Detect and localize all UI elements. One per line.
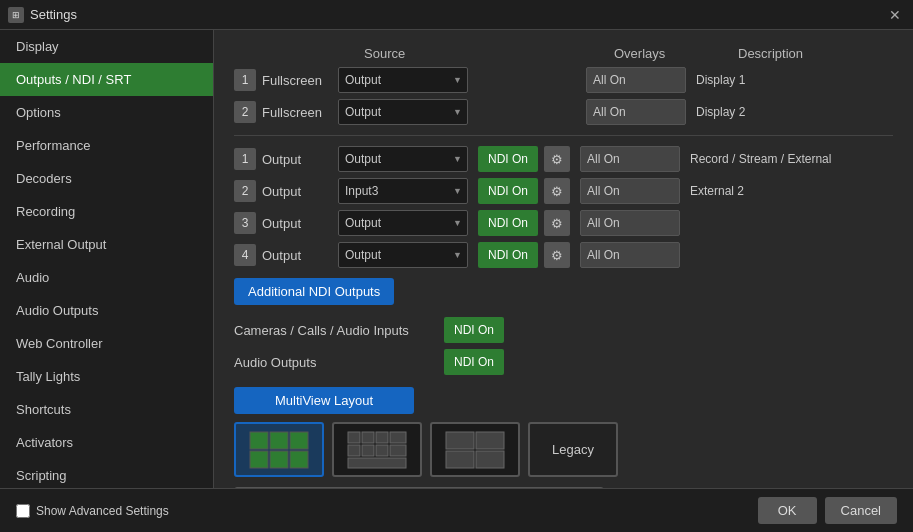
output-label-1: Output — [262, 152, 332, 167]
additional-ndi-button[interactable]: Additional NDI Outputs — [234, 278, 394, 305]
fullscreen-source-select-2[interactable]: Output Input1 — [338, 99, 468, 125]
fullscreen-label-2: Fullscreen — [262, 105, 332, 120]
ndi-button-4[interactable]: NDI On — [478, 242, 538, 268]
output-row-2: 2 Output Input3 Output NDI On ⚙ All On A… — [234, 178, 893, 204]
audio-outputs-ndi-button[interactable]: NDI On — [444, 349, 504, 375]
multiview-options: Legacy — [234, 422, 893, 477]
sidebar-item-options[interactable]: Options — [0, 96, 213, 129]
svg-rect-0 — [250, 432, 268, 449]
svg-rect-15 — [446, 432, 474, 449]
svg-rect-9 — [390, 432, 406, 443]
sidebar-item-external-output[interactable]: External Output — [0, 228, 213, 261]
sidebar-item-web-controller[interactable]: Web Controller — [0, 327, 213, 360]
multiview-title: MultiView Layout — [234, 387, 414, 414]
svg-rect-12 — [376, 445, 388, 456]
output-overlay-select-3[interactable]: All On All Off — [580, 210, 680, 236]
output-num-1: 1 — [234, 148, 256, 170]
ndi-button-2[interactable]: NDI On — [478, 178, 538, 204]
ndi-button-3[interactable]: NDI On — [478, 210, 538, 236]
header-source: Source — [364, 46, 514, 61]
ok-button[interactable]: OK — [758, 497, 817, 524]
gear-button-4[interactable]: ⚙ — [544, 242, 570, 268]
fullscreen-overlay-select-1[interactable]: All On All Off — [586, 67, 686, 93]
svg-rect-14 — [348, 458, 406, 468]
header-overlays: Overlays — [614, 46, 734, 61]
audio-outputs-row: Audio Outputs NDI On — [234, 349, 893, 375]
app-icon: ⊞ — [8, 7, 24, 23]
gear-button-3[interactable]: ⚙ — [544, 210, 570, 236]
fullscreen-source-select-1[interactable]: Output Input1 Input2 — [338, 67, 468, 93]
cameras-row: Cameras / Calls / Audio Inputs NDI On — [234, 317, 893, 343]
sidebar-item-audio-outputs[interactable]: Audio Outputs — [0, 294, 213, 327]
svg-rect-18 — [476, 451, 504, 468]
output-overlay-select-1[interactable]: All On All Off — [580, 146, 680, 172]
audio-outputs-label: Audio Outputs — [234, 355, 434, 370]
sidebar-item-performance[interactable]: Performance — [0, 129, 213, 162]
sidebar-item-scripting[interactable]: Scripting — [0, 459, 213, 488]
svg-rect-11 — [362, 445, 374, 456]
sidebar-item-decoders[interactable]: Decoders — [0, 162, 213, 195]
sidebar-item-audio[interactable]: Audio — [0, 261, 213, 294]
svg-rect-17 — [446, 451, 474, 468]
output-overlay-select-4[interactable]: All On All Off — [580, 242, 680, 268]
sidebar: Display Outputs / NDI / SRT Options Perf… — [0, 30, 214, 488]
svg-rect-5 — [290, 451, 308, 468]
svg-rect-1 — [270, 432, 288, 449]
sidebar-item-shortcuts[interactable]: Shortcuts — [0, 393, 213, 426]
output-num-2: 2 — [234, 180, 256, 202]
svg-rect-7 — [362, 432, 374, 443]
sidebar-item-tally-lights[interactable]: Tally Lights — [0, 360, 213, 393]
output-row-3: 3 Output Output Input1 NDI On ⚙ All On A… — [234, 210, 893, 236]
cancel-button[interactable]: Cancel — [825, 497, 897, 524]
multiview-option-2[interactable] — [332, 422, 422, 477]
divider-1 — [234, 135, 893, 136]
output-label-2: Output — [262, 184, 332, 199]
output-num-4: 4 — [234, 244, 256, 266]
output-rows: 1 Output Output Input1 NDI On ⚙ All On A… — [234, 146, 893, 268]
sidebar-item-recording[interactable]: Recording — [0, 195, 213, 228]
output-source-select-1[interactable]: Output Input1 — [338, 146, 468, 172]
output-source-select-3[interactable]: Output Input1 — [338, 210, 468, 236]
fullscreen-rows: 1 Fullscreen Output Input1 Input2 All On — [234, 67, 893, 125]
gear-button-1[interactable]: ⚙ — [544, 146, 570, 172]
ndi-button-1[interactable]: NDI On — [478, 146, 538, 172]
header-description: Description — [738, 46, 878, 61]
footer: Show Advanced Settings OK Cancel — [0, 488, 913, 532]
fullscreen-label-1: Fullscreen — [262, 73, 332, 88]
output-row-1: 1 Output Output Input1 NDI On ⚙ All On A… — [234, 146, 893, 172]
cameras-ndi-button[interactable]: NDI On — [444, 317, 504, 343]
output-num-3: 3 — [234, 212, 256, 234]
multiview-section: MultiView Layout — [234, 387, 893, 488]
close-button[interactable]: ✕ — [885, 5, 905, 25]
svg-rect-6 — [348, 432, 360, 443]
output-desc-1: Record / Stream / External — [690, 152, 831, 166]
svg-rect-4 — [270, 451, 288, 468]
show-advanced-checkbox[interactable] — [16, 504, 30, 518]
show-advanced-label: Show Advanced Settings — [36, 504, 169, 518]
svg-rect-13 — [390, 445, 406, 456]
output-source-select-2[interactable]: Input3 Output — [338, 178, 468, 204]
svg-rect-10 — [348, 445, 360, 456]
fullscreen-overlay-select-2[interactable]: All On All Off — [586, 99, 686, 125]
output-label-3: Output — [262, 216, 332, 231]
multiview-legacy-button[interactable]: Legacy — [528, 422, 618, 477]
cameras-label: Cameras / Calls / Audio Inputs — [234, 323, 434, 338]
output-row-4: 4 Output Output Input1 NDI On ⚙ All On A… — [234, 242, 893, 268]
row-num-2: 2 — [234, 101, 256, 123]
footer-right: OK Cancel — [758, 497, 897, 524]
multiview-option-1[interactable] — [234, 422, 324, 477]
sidebar-item-outputs-ndi-srt[interactable]: Outputs / NDI / SRT — [0, 63, 213, 96]
output-label-4: Output — [262, 248, 332, 263]
gear-button-2[interactable]: ⚙ — [544, 178, 570, 204]
fullscreen-desc-2: Display 2 — [696, 105, 745, 119]
row-num-1: 1 — [234, 69, 256, 91]
output-source-select-4[interactable]: Output Input1 — [338, 242, 468, 268]
sidebar-item-display[interactable]: Display — [0, 30, 213, 63]
footer-left: Show Advanced Settings — [16, 504, 169, 518]
output-desc-2: External 2 — [690, 184, 744, 198]
advanced-settings-checkbox-wrapper: Show Advanced Settings — [16, 504, 169, 518]
multiview-option-3[interactable] — [430, 422, 520, 477]
fullscreen-row-1: 1 Fullscreen Output Input1 Input2 All On — [234, 67, 893, 93]
sidebar-item-activators[interactable]: Activators — [0, 426, 213, 459]
output-overlay-select-2[interactable]: All On All Off — [580, 178, 680, 204]
